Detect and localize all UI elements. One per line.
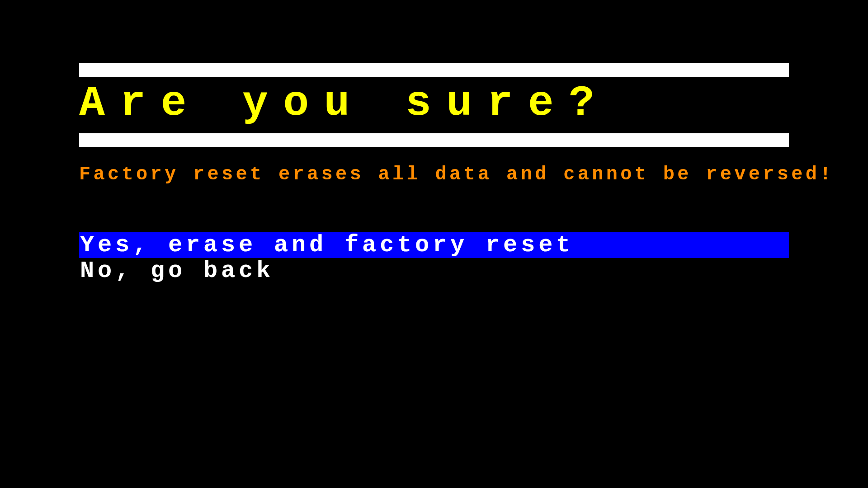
confirmation-dialog: Are you sure? Factory reset erases all d… — [0, 0, 868, 284]
menu-item-yes[interactable]: Yes, erase and factory reset — [79, 232, 789, 258]
divider-bottom — [79, 133, 789, 147]
dialog-title: Are you sure? — [79, 80, 789, 130]
confirmation-menu: Yes, erase and factory reset No, go back — [79, 232, 789, 284]
menu-item-no[interactable]: No, go back — [79, 258, 789, 284]
divider-top — [79, 63, 789, 77]
warning-text: Factory reset erases all data and cannot… — [79, 164, 789, 185]
